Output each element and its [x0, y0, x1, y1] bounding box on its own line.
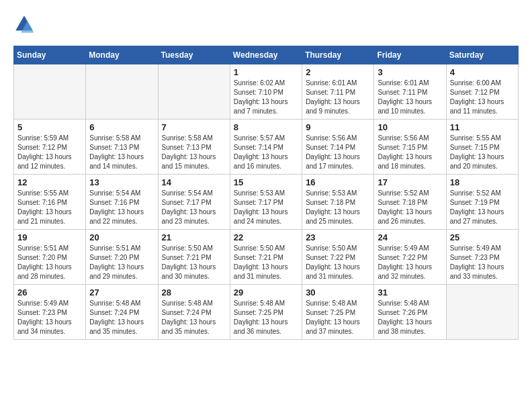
calendar-cell: 10Sunrise: 5:56 AM Sunset: 7:15 PM Dayli…: [374, 120, 446, 175]
day-info: Sunrise: 5:59 AM Sunset: 7:12 PM Dayligh…: [17, 134, 82, 171]
calendar-cell: 28Sunrise: 5:48 AM Sunset: 7:24 PM Dayli…: [158, 285, 230, 340]
calendar-cell: 15Sunrise: 5:53 AM Sunset: 7:17 PM Dayli…: [230, 175, 302, 230]
calendar-cell: 18Sunrise: 5:52 AM Sunset: 7:19 PM Dayli…: [446, 175, 518, 230]
day-info: Sunrise: 5:55 AM Sunset: 7:16 PM Dayligh…: [17, 189, 82, 226]
day-info: Sunrise: 5:52 AM Sunset: 7:18 PM Dayligh…: [378, 189, 442, 226]
calendar-cell: 2Sunrise: 6:01 AM Sunset: 7:11 PM Daylig…: [302, 64, 374, 120]
day-number: 12: [17, 177, 82, 187]
page-header: [13, 13, 519, 35]
day-info: Sunrise: 5:48 AM Sunset: 7:25 PM Dayligh…: [306, 299, 370, 336]
calendar-cell: 26Sunrise: 5:49 AM Sunset: 7:23 PM Dayli…: [14, 285, 86, 340]
calendar-week-2: 5Sunrise: 5:59 AM Sunset: 7:12 PM Daylig…: [14, 120, 519, 175]
day-number: 20: [89, 232, 154, 242]
day-info: Sunrise: 5:53 AM Sunset: 7:18 PM Dayligh…: [306, 189, 370, 226]
day-info: Sunrise: 5:48 AM Sunset: 7:25 PM Dayligh…: [234, 299, 298, 336]
day-info: Sunrise: 5:50 AM Sunset: 7:21 PM Dayligh…: [162, 244, 226, 281]
day-number: 19: [17, 232, 82, 242]
calendar-cell: 12Sunrise: 5:55 AM Sunset: 7:16 PM Dayli…: [14, 175, 86, 230]
day-number: 18: [450, 177, 515, 187]
day-info: Sunrise: 6:02 AM Sunset: 7:10 PM Dayligh…: [234, 79, 298, 116]
calendar-week-1: 1Sunrise: 6:02 AM Sunset: 7:10 PM Daylig…: [14, 64, 519, 120]
day-number: 26: [17, 287, 82, 298]
calendar-cell: 24Sunrise: 5:49 AM Sunset: 7:22 PM Dayli…: [374, 230, 446, 285]
day-info: Sunrise: 5:50 AM Sunset: 7:21 PM Dayligh…: [234, 244, 298, 281]
calendar-cell: 4Sunrise: 6:00 AM Sunset: 7:12 PM Daylig…: [446, 64, 518, 120]
calendar-cell: 21Sunrise: 5:50 AM Sunset: 7:21 PM Dayli…: [158, 230, 230, 285]
weekday-header-tuesday: Tuesday: [158, 46, 230, 64]
day-info: Sunrise: 5:48 AM Sunset: 7:26 PM Dayligh…: [378, 299, 442, 336]
day-info: Sunrise: 5:51 AM Sunset: 7:20 PM Dayligh…: [89, 244, 154, 281]
calendar-cell: 6Sunrise: 5:58 AM Sunset: 7:13 PM Daylig…: [86, 120, 158, 175]
calendar-cell: 13Sunrise: 5:54 AM Sunset: 7:16 PM Dayli…: [86, 175, 158, 230]
day-number: 16: [306, 177, 370, 187]
day-number: 2: [306, 67, 370, 77]
day-number: 29: [234, 287, 298, 298]
day-info: Sunrise: 6:01 AM Sunset: 7:11 PM Dayligh…: [378, 79, 442, 116]
day-number: 9: [306, 122, 370, 132]
weekday-header-wednesday: Wednesday: [230, 46, 302, 64]
day-number: 3: [378, 67, 442, 77]
calendar-cell: [446, 285, 518, 340]
calendar-week-4: 19Sunrise: 5:51 AM Sunset: 7:20 PM Dayli…: [14, 230, 519, 285]
calendar-cell: 3Sunrise: 6:01 AM Sunset: 7:11 PM Daylig…: [374, 64, 446, 120]
day-info: Sunrise: 5:54 AM Sunset: 7:16 PM Dayligh…: [89, 189, 154, 226]
day-info: Sunrise: 5:54 AM Sunset: 7:17 PM Dayligh…: [162, 189, 226, 226]
day-number: 31: [378, 287, 442, 298]
day-info: Sunrise: 5:49 AM Sunset: 7:23 PM Dayligh…: [17, 299, 82, 336]
day-info: Sunrise: 5:56 AM Sunset: 7:14 PM Dayligh…: [306, 134, 370, 171]
calendar-cell: 9Sunrise: 5:56 AM Sunset: 7:14 PM Daylig…: [302, 120, 374, 175]
day-number: 21: [162, 232, 226, 242]
day-number: 23: [306, 232, 370, 242]
day-info: Sunrise: 5:48 AM Sunset: 7:24 PM Dayligh…: [162, 299, 226, 336]
day-number: 30: [306, 287, 370, 298]
day-number: 10: [378, 122, 442, 132]
day-info: Sunrise: 5:50 AM Sunset: 7:22 PM Dayligh…: [306, 244, 370, 281]
day-number: 4: [450, 67, 515, 77]
logo: [13, 13, 38, 35]
calendar-cell: 5Sunrise: 5:59 AM Sunset: 7:12 PM Daylig…: [14, 120, 86, 175]
day-number: 6: [89, 122, 154, 132]
day-number: 7: [162, 122, 226, 132]
weekday-header-saturday: Saturday: [446, 46, 518, 64]
calendar-table: SundayMondayTuesdayWednesdayThursdayFrid…: [13, 46, 519, 340]
calendar-cell: 8Sunrise: 5:57 AM Sunset: 7:14 PM Daylig…: [230, 120, 302, 175]
day-number: 1: [234, 67, 298, 77]
day-number: 15: [234, 177, 298, 187]
calendar-week-3: 12Sunrise: 5:55 AM Sunset: 7:16 PM Dayli…: [14, 175, 519, 230]
calendar-cell: [86, 64, 158, 120]
day-number: 17: [378, 177, 442, 187]
calendar-cell: [14, 64, 86, 120]
calendar-cell: 17Sunrise: 5:52 AM Sunset: 7:18 PM Dayli…: [374, 175, 446, 230]
weekday-header-sunday: Sunday: [14, 46, 86, 64]
day-number: 28: [162, 287, 226, 298]
calendar-cell: 19Sunrise: 5:51 AM Sunset: 7:20 PM Dayli…: [14, 230, 86, 285]
calendar-week-5: 26Sunrise: 5:49 AM Sunset: 7:23 PM Dayli…: [14, 285, 519, 340]
day-number: 27: [89, 287, 154, 298]
calendar-cell: 16Sunrise: 5:53 AM Sunset: 7:18 PM Dayli…: [302, 175, 374, 230]
day-info: Sunrise: 5:49 AM Sunset: 7:23 PM Dayligh…: [450, 244, 515, 281]
weekday-header-monday: Monday: [86, 46, 158, 64]
calendar-cell: 22Sunrise: 5:50 AM Sunset: 7:21 PM Dayli…: [230, 230, 302, 285]
calendar-cell: 7Sunrise: 5:58 AM Sunset: 7:13 PM Daylig…: [158, 120, 230, 175]
logo-icon: [13, 13, 35, 35]
day-info: Sunrise: 5:52 AM Sunset: 7:19 PM Dayligh…: [450, 189, 515, 226]
day-info: Sunrise: 5:56 AM Sunset: 7:15 PM Dayligh…: [378, 134, 442, 171]
day-number: 5: [17, 122, 82, 132]
weekday-header-friday: Friday: [374, 46, 446, 64]
day-info: Sunrise: 6:01 AM Sunset: 7:11 PM Dayligh…: [306, 79, 370, 116]
weekday-header-row: SundayMondayTuesdayWednesdayThursdayFrid…: [14, 46, 519, 64]
calendar-cell: 14Sunrise: 5:54 AM Sunset: 7:17 PM Dayli…: [158, 175, 230, 230]
day-number: 13: [89, 177, 154, 187]
calendar-cell: 23Sunrise: 5:50 AM Sunset: 7:22 PM Dayli…: [302, 230, 374, 285]
day-info: Sunrise: 5:58 AM Sunset: 7:13 PM Dayligh…: [162, 134, 226, 171]
calendar-cell: 30Sunrise: 5:48 AM Sunset: 7:25 PM Dayli…: [302, 285, 374, 340]
calendar-cell: 27Sunrise: 5:48 AM Sunset: 7:24 PM Dayli…: [86, 285, 158, 340]
day-number: 8: [234, 122, 298, 132]
calendar-cell: 29Sunrise: 5:48 AM Sunset: 7:25 PM Dayli…: [230, 285, 302, 340]
day-number: 22: [234, 232, 298, 242]
day-info: Sunrise: 6:00 AM Sunset: 7:12 PM Dayligh…: [450, 79, 515, 116]
calendar-cell: 11Sunrise: 5:55 AM Sunset: 7:15 PM Dayli…: [446, 120, 518, 175]
day-info: Sunrise: 5:55 AM Sunset: 7:15 PM Dayligh…: [450, 134, 515, 171]
day-info: Sunrise: 5:48 AM Sunset: 7:24 PM Dayligh…: [89, 299, 154, 336]
day-number: 11: [450, 122, 515, 132]
